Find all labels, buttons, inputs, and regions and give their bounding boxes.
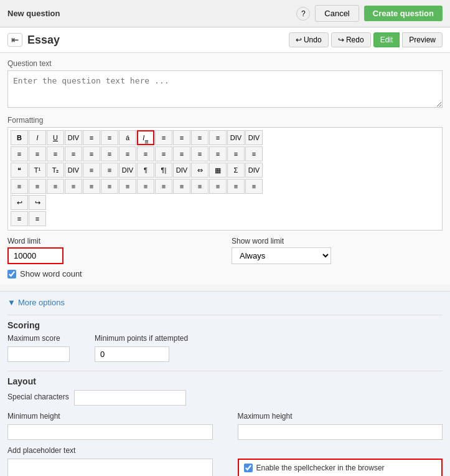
tb-r2b-4[interactable]: ≡ — [65, 179, 82, 194]
div-button-1[interactable]: DIV — [65, 130, 82, 145]
max-height-field: Maximum height — [238, 412, 443, 440]
tb-r1b-1[interactable]: ≡ — [11, 146, 28, 161]
min-points-input[interactable] — [95, 346, 169, 362]
align-left-button[interactable]: ≡ — [155, 130, 172, 145]
spellcheck-checkbox[interactable] — [244, 464, 253, 472]
spellcheck-box: Enable the spellchecker in the browser — [238, 459, 443, 476]
min-height-field: Minimum height — [7, 412, 213, 440]
tb-r1b-6[interactable]: ≡ — [101, 146, 118, 161]
align-right-button[interactable]: ≡ — [191, 130, 209, 145]
tb-r2b-13[interactable]: ≡ — [227, 179, 245, 194]
div-button-6[interactable]: DIV — [173, 163, 190, 178]
tb-r2b-14[interactable]: ≡ — [245, 179, 263, 194]
div-button-3[interactable]: DIV — [245, 130, 263, 145]
tb-r1b-12[interactable]: ≡ — [209, 146, 227, 161]
tb-r2b-2[interactable]: ≡ — [29, 179, 46, 194]
ul-button[interactable]: ≡ — [101, 130, 118, 145]
blockquote-button[interactable]: ❝ — [11, 163, 28, 178]
tb-r2b-5[interactable]: ≡ — [83, 179, 100, 194]
tb-r1b-13[interactable]: ≡ — [227, 146, 245, 161]
more-options-label: More options — [18, 298, 65, 307]
toolbar-row-1: B I U DIV ≡ ≡ á I≡ ≡ ≡ ≡ ≡ DIV DIV — [11, 130, 439, 145]
layout-title: Layout — [7, 376, 443, 386]
tb-r1b-8[interactable]: ≡ — [137, 146, 154, 161]
show-word-count-row: Show word count — [7, 269, 443, 278]
subscript-button[interactable]: T₂ — [47, 163, 64, 178]
preview-button[interactable]: Preview — [402, 32, 443, 47]
more-options-toggle[interactable]: ▼ More options — [7, 298, 443, 307]
placeholder-label: Add placeholder text — [7, 446, 213, 455]
undo-button[interactable]: ↩ Undo — [289, 32, 329, 47]
show-word-count-checkbox[interactable] — [7, 270, 16, 278]
show-word-limit-label: Show word limit — [232, 237, 331, 245]
special-chars-row: Special characters — [7, 390, 443, 406]
tb-r1b-3[interactable]: ≡ — [47, 146, 64, 161]
create-question-button[interactable]: Create question — [364, 6, 443, 21]
max-score-label: Maximum score — [7, 334, 70, 343]
cancel-button[interactable]: Cancel — [315, 5, 359, 22]
toolbar-row-3: ↩ ↪ — [11, 195, 439, 210]
placeholder-input[interactable] — [7, 459, 213, 476]
tb-r3b-1[interactable]: ≡ — [11, 211, 28, 226]
redo-button[interactable]: ↪ Redo — [331, 32, 371, 47]
toolbar-row-1b: ≡ ≡ ≡ ≡ ≡ ≡ ≡ ≡ ≡ ≡ ≡ ≡ ≡ ≡ — [11, 146, 439, 161]
undo2-button[interactable]: ↩ — [11, 195, 28, 210]
tb-r1b-4[interactable]: ≡ — [65, 146, 82, 161]
toolbar: B I U DIV ≡ ≡ á I≡ ≡ ≡ ≡ ≡ DIV DIV ≡ ≡ ≡… — [7, 127, 443, 231]
tb-r2b-11[interactable]: ≡ — [191, 179, 209, 194]
italic-button[interactable]: I — [29, 130, 46, 145]
table-button[interactable]: ⇔ — [191, 163, 209, 178]
tb-r2b-7[interactable]: ≡ — [119, 179, 136, 194]
bold-button[interactable]: B — [11, 130, 28, 145]
help-button[interactable]: ? — [296, 7, 310, 21]
redo2-button[interactable]: ↪ — [29, 195, 46, 210]
toolbar-row-3b: ≡ ≡ — [11, 211, 439, 226]
tb-r3b-2[interactable]: ≡ — [29, 211, 46, 226]
align-justify-button[interactable]: ≡ — [209, 130, 227, 145]
div-button-7[interactable]: DIV — [245, 163, 263, 178]
tb-r2b-10[interactable]: ≡ — [173, 179, 190, 194]
min-height-input[interactable] — [7, 424, 213, 440]
show-word-limit-select[interactable]: Always On submission Never — [232, 247, 331, 264]
superscript-button[interactable]: T¹ — [29, 163, 46, 178]
tb-r2b-12[interactable]: ≡ — [209, 179, 227, 194]
char-button[interactable]: á — [119, 130, 136, 145]
tb-r2b-1[interactable]: ≡ — [11, 179, 28, 194]
tb-r1b-9[interactable]: ≡ — [155, 146, 172, 161]
align-center-button[interactable]: ≡ — [173, 130, 190, 145]
max-score-input[interactable] — [7, 346, 70, 362]
italic-align-button[interactable]: I≡ — [137, 130, 154, 145]
tb-r1b-14[interactable]: ≡ — [245, 146, 263, 161]
word-limit-input[interactable] — [7, 247, 63, 264]
div-button-2[interactable]: DIV — [227, 130, 245, 145]
score-row: Maximum score Minimum points if attempte… — [7, 334, 443, 362]
outdent-button[interactable]: ≡ — [101, 163, 118, 178]
ol-button[interactable]: ≡ — [83, 130, 100, 145]
tb-r1b-5[interactable]: ≡ — [83, 146, 100, 161]
back-icon[interactable]: ⇤ — [7, 33, 22, 47]
grid-button[interactable]: ▦ — [209, 163, 227, 178]
tb-r2b-6[interactable]: ≡ — [101, 179, 118, 194]
essay-title-group: ⇤ Essay — [7, 33, 60, 47]
tb-r1b-2[interactable]: ≡ — [29, 146, 46, 161]
underline-button[interactable]: U — [47, 130, 64, 145]
question-text-input[interactable] — [7, 70, 443, 108]
sigma-button[interactable]: Σ — [227, 163, 245, 178]
special-chars-input[interactable] — [74, 390, 186, 406]
min-points-label: Minimum points if attempted — [95, 334, 188, 343]
tb-r2b-8[interactable]: ≡ — [137, 179, 154, 194]
max-height-input[interactable] — [238, 424, 443, 440]
paragraph-button[interactable]: ¶ — [137, 163, 154, 178]
div-button-5[interactable]: DIV — [119, 163, 136, 178]
show-word-count-label: Show word count — [20, 269, 82, 278]
edit-button[interactable]: Edit — [373, 32, 400, 47]
indent-button[interactable]: ≡ — [83, 163, 100, 178]
tb-r1b-11[interactable]: ≡ — [191, 146, 209, 161]
tb-r1b-10[interactable]: ≡ — [173, 146, 190, 161]
div-button-4[interactable]: DIV — [65, 163, 82, 178]
tb-r1b-7[interactable]: ≡ — [119, 146, 136, 161]
placeholder-row: Add placeholder text Enable the spellche… — [7, 446, 443, 476]
paragraph2-button[interactable]: ¶| — [155, 163, 172, 178]
tb-r2b-9[interactable]: ≡ — [155, 179, 172, 194]
tb-r2b-3[interactable]: ≡ — [47, 179, 64, 194]
